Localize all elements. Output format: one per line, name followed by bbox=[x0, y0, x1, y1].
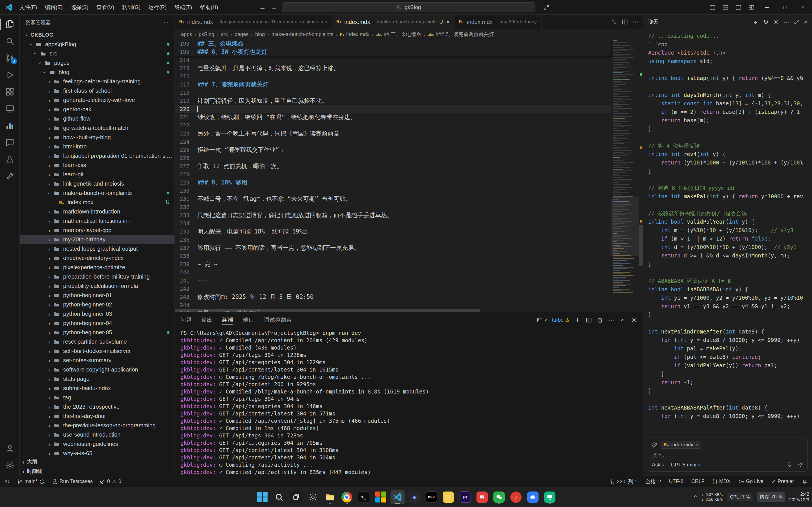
taskbar-music-icon[interactable]: ♪ bbox=[509, 490, 523, 504]
tree-item-nested-loops-graphical-output[interactable]: ›nested-loops-graphical-output bbox=[20, 244, 174, 253]
tree-item-apps-gkblog[interactable]: ›apps\gkBlog bbox=[20, 40, 174, 49]
panel-tab-端口[interactable]: 端口 bbox=[243, 313, 254, 328]
prettier-status[interactable]: ✓Prettier bbox=[771, 478, 794, 485]
close-panel-icon[interactable] bbox=[631, 317, 637, 323]
tree-item-lanqiaobei-preparation-01-enumeration-simu[interactable]: ›lanqiaobei-preparation-01-enumeration-s… bbox=[20, 151, 174, 161]
extensions-icon[interactable] bbox=[0, 83, 20, 100]
nav-back-icon[interactable]: ← bbox=[259, 3, 266, 11]
panel-tab-终端[interactable]: 终端 bbox=[222, 313, 234, 328]
clock[interactable]: 2:42 2025/12/3 bbox=[789, 492, 809, 503]
panel-tab-调试控制台[interactable]: 调试控制台 bbox=[264, 313, 292, 328]
new-terminal-icon[interactable] bbox=[574, 317, 581, 323]
tree-item-mathematical-functions-in-r[interactable]: ›mathematical-functions-in-r bbox=[20, 216, 174, 226]
remote-icon[interactable] bbox=[0, 100, 20, 117]
editor-line-229[interactable]: 229### 8、18% 够用 bbox=[175, 178, 611, 186]
terminal-task-label[interactable]: turbo⚠ bbox=[552, 317, 569, 323]
chat-mode-select[interactable]: Ask∨ bbox=[652, 462, 665, 468]
settings-icon[interactable] bbox=[0, 457, 20, 474]
menu-item-文件-f[interactable]: 文件(F) bbox=[16, 2, 41, 12]
notifications-bell-icon[interactable] bbox=[802, 479, 808, 485]
chat-history-icon[interactable] bbox=[763, 19, 769, 25]
tab-make-a-bunch-of-omplaints[interactable]: M↓index.mdx...\make-a-bunch-of-omplaints… bbox=[332, 15, 455, 29]
terminal-output[interactable]: PS C:\Users\qlAD\Documents\Projects\gkBl… bbox=[175, 328, 643, 476]
taskbar-wps-icon[interactable]: W bbox=[475, 490, 489, 504]
split-terminal-icon[interactable] bbox=[586, 317, 592, 323]
run-debug-icon[interactable] bbox=[0, 66, 20, 83]
panel-more-icon[interactable] bbox=[608, 317, 615, 323]
tree-item-src[interactable]: ›src bbox=[20, 49, 174, 58]
cpu-usage[interactable]: CPU: 7 % bbox=[727, 493, 753, 501]
sidebar-section-大纲[interactable]: ›大纲 bbox=[20, 457, 174, 466]
cursor-position-status[interactable]: 行 220, 列 1 bbox=[610, 478, 638, 485]
breadcrumb-item-src[interactable]: src bbox=[221, 32, 228, 38]
editor-line-223[interactable]: 223另外：留一个晚上不写代码，只把《雪国》读完前两章 bbox=[175, 129, 611, 137]
taskbar-wechat-icon[interactable] bbox=[492, 490, 506, 504]
editor[interactable]: 214215电量没飙升，只是不再掉，对我来说，这已经算上涨。216217### … bbox=[175, 40, 643, 312]
go-live-button[interactable]: Go Live bbox=[739, 478, 763, 485]
tab-lanqiaobei-preparation-01-enumeration-simulation[interactable]: M↓index.mdx...\lanqiaobei-preparation-01… bbox=[175, 15, 332, 29]
breadcrumb-item-blog[interactable]: blog bbox=[255, 32, 265, 38]
menu-item-转到-g[interactable]: 转到(G) bbox=[118, 2, 144, 12]
tree-item-onedrive-directory-index[interactable]: ›onedrive-directory-index bbox=[20, 253, 174, 263]
editor-line-220[interactable]: 220 bbox=[175, 105, 611, 113]
breadcrumb-item-index-mdx[interactable]: M↓index.mdx bbox=[340, 32, 369, 38]
tree-item-tag[interactable]: ›tag bbox=[20, 393, 174, 402]
tree-item-first-class-of-school[interactable]: ›first-class-of-school bbox=[20, 86, 174, 96]
editor-more-icon[interactable] bbox=[632, 18, 639, 25]
editor-line-224[interactable]: 224 bbox=[175, 137, 611, 146]
editor-line-193[interactable]: 193## 三、余电续命 bbox=[175, 40, 611, 48]
editor-line-226[interactable]: 226 bbox=[175, 154, 611, 162]
editor-line-243[interactable]: 243修改时间□: 2025 年 12 月 3 日 02:50 bbox=[175, 293, 611, 301]
toggle-sidebar-icon[interactable] bbox=[706, 1, 719, 13]
chat-expand-icon[interactable] bbox=[794, 19, 800, 25]
remote-indicator[interactable] bbox=[4, 479, 10, 485]
tree-item-the-previous-lesson-on-programming[interactable]: ›the-previous-lesson-on-programming bbox=[20, 421, 174, 430]
tree-item-index-mdx[interactable]: M↓index.mdxU bbox=[20, 198, 174, 207]
breadcrumb-item-make-a-bunch-of-omplaints[interactable]: make-a-bunch-of-omplaints bbox=[271, 32, 333, 38]
editor-scrollbar[interactable] bbox=[639, 225, 643, 266]
sidebar-section-时间线[interactable]: ›时间线 bbox=[20, 466, 174, 476]
tree-item-learn-css[interactable]: ›learn-css bbox=[20, 161, 174, 170]
editor-line-214[interactable]: 214 bbox=[175, 56, 611, 64]
tree-item-github-flow[interactable]: ›github-flow bbox=[20, 114, 174, 123]
editor-line-215[interactable]: 215电量没飙升，只是不再掉，对我来说，这已经算上涨。 bbox=[175, 64, 611, 72]
editor-line-241[interactable]: 241--- bbox=[175, 276, 611, 284]
editor-line-235[interactable]: 235明天醒来，电量可能 18%，也可能 19%□。 bbox=[175, 227, 611, 235]
source-control-icon[interactable]: 3 bbox=[0, 50, 20, 66]
tree-item-use-sound-introduction[interactable]: ›use-sound-introduction bbox=[20, 430, 174, 439]
tools-icon[interactable] bbox=[0, 168, 20, 185]
taskbar-terminal-icon[interactable]: >_ bbox=[357, 490, 371, 504]
panel-tab-输出[interactable]: 输出 bbox=[201, 313, 213, 328]
taskbar-app-dark-icon[interactable]: ◆ bbox=[407, 490, 421, 504]
chat-input-box[interactable]: M↓ index.mdx × 提问。 Ask∨ GPT-5 mini∨ bbox=[648, 437, 808, 471]
tree-item-pages[interactable]: ›pages bbox=[20, 58, 174, 68]
menu-item-运行-r[interactable]: 运行(R) bbox=[145, 2, 170, 12]
editor-line-232[interactable]: 232 bbox=[175, 203, 611, 211]
tree-item-set-notes-summary[interactable]: ›set-notes-summary bbox=[20, 356, 174, 365]
tree-item-how-i-built-my-blog[interactable]: ›how-i-built-my-blog bbox=[20, 133, 174, 142]
editor-line-234[interactable]: 234 bbox=[175, 219, 611, 227]
taskbar-search-icon[interactable] bbox=[272, 490, 286, 504]
chat-close-icon[interactable]: × bbox=[804, 19, 808, 25]
problems-status[interactable]: 0 ⚠ 0 bbox=[100, 478, 121, 485]
tree-item-make-a-bunch-of-omplaints[interactable]: ›make-a-bunch-of-omplaints bbox=[20, 188, 174, 198]
testing-icon[interactable] bbox=[0, 151, 20, 168]
taskbar-start-icon[interactable] bbox=[255, 490, 269, 504]
editor-line-195[interactable]: 195### 6、3W 小夜灯也是灯 bbox=[175, 48, 611, 56]
tree-item-self-built-docker-mailserver[interactable]: ›self-built-docker-mailserver bbox=[20, 346, 174, 356]
tree-item-markdown-introduction[interactable]: ›markdown-introduction bbox=[20, 207, 174, 216]
chat-more-icon[interactable]: ··· bbox=[783, 19, 790, 25]
editor-line-244[interactable]: 244 bbox=[175, 301, 611, 309]
charts-icon[interactable] bbox=[0, 117, 20, 134]
editor-line-231[interactable]: 231不喊口号，不立 flag□，也不拿 “未来可期” 当创可贴。 bbox=[175, 194, 611, 203]
breadcrumb-item-三-余电续命[interactable]: abc## 三、余电续命 bbox=[376, 31, 421, 38]
nav-forward-icon[interactable]: → bbox=[270, 3, 277, 11]
voice-input-icon[interactable] bbox=[786, 462, 793, 468]
tree-item-the-2023-retrospective[interactable]: ›the-2023-retrospective bbox=[20, 402, 174, 411]
tree-item-preparation-before-military-training[interactable]: ›preparation-before-military-training bbox=[20, 272, 174, 281]
close-button[interactable]: × bbox=[794, 0, 812, 14]
launch-profile-icon[interactable]: ∨ bbox=[537, 317, 547, 323]
tab-my-20th-birthday[interactable]: M↓index.mdx...\my-20th-birthday bbox=[455, 15, 542, 29]
tree-item-the-first-day-dnui[interactable]: ›the-first-day-dnui bbox=[20, 411, 174, 421]
editor-line-240[interactable]: 240 bbox=[175, 268, 611, 276]
